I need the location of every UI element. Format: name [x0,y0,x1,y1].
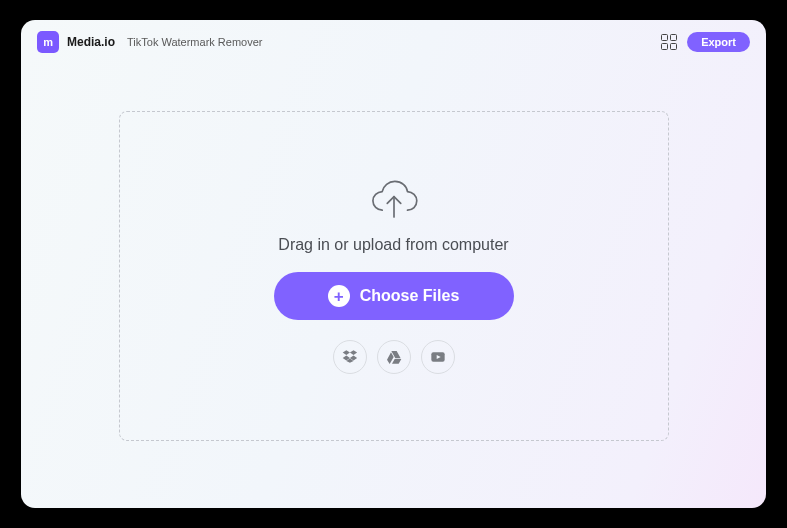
dropbox-source-button[interactable] [333,340,367,374]
cloud-upload-icon [367,178,421,222]
choose-files-label: Choose Files [360,287,460,305]
file-dropzone[interactable]: Drag in or upload from computer + Choose… [119,111,669,441]
youtube-icon [430,349,446,365]
header: m Media.io TikTok Watermark Remover Expo… [21,20,766,64]
choose-files-button[interactable]: + Choose Files [274,272,514,320]
export-button[interactable]: Export [687,32,750,52]
main-area: Drag in or upload from computer + Choose… [21,64,766,508]
dropzone-text: Drag in or upload from computer [278,236,508,254]
brand-name: Media.io [67,35,115,49]
app-window: m Media.io TikTok Watermark Remover Expo… [21,20,766,508]
apps-grid-icon[interactable] [661,34,677,50]
brand-logo: m [37,31,59,53]
youtube-source-button[interactable] [421,340,455,374]
page-title: TikTok Watermark Remover [127,36,262,48]
google-drive-source-button[interactable] [377,340,411,374]
header-actions: Export [661,32,750,52]
upload-sources [333,340,455,374]
google-drive-icon [386,349,402,365]
dropbox-icon [342,349,358,365]
plus-icon: + [328,285,350,307]
